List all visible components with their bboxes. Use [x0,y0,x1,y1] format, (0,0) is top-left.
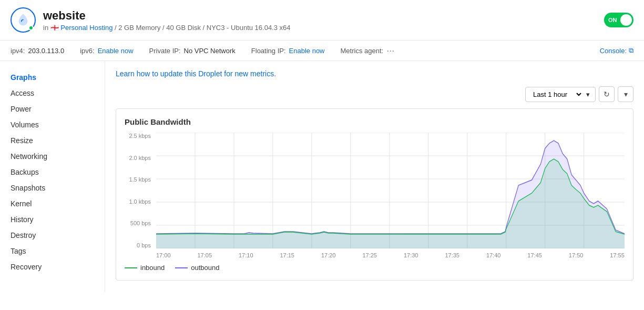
chevron-down-icon: ▾ [586,91,590,98]
outbound-line-icon [175,267,188,268]
y-axis-label: 2.0 kbps [125,155,151,161]
ipv6-enable-link[interactable]: Enable now [98,47,134,55]
y-axis-label: 2.5 kbps [125,133,151,139]
floating-ip-item: Floating IP: Enable now [251,47,325,55]
toggle-container[interactable]: ON [604,13,633,27]
y-axis-label: 1.0 kbps [125,198,151,205]
refresh-button[interactable]: ↻ [599,86,615,102]
chart-title: Public Bandwidth [125,117,625,126]
main-layout: GraphsAccessPowerVolumesResizeNetworking… [0,61,644,292]
ipv4-value: 203.0.113.0 [28,47,64,55]
ipv6-label: ipv6: [80,47,94,55]
sidebar-item-destroy[interactable]: Destroy [0,227,105,243]
sidebar-item-kernel[interactable]: Kernel [0,196,105,212]
droplet-subtitle: in 🏴󠁧󠁢󠁥󠁮󠁧󠁿 Personal Hosting / 2 GB Memor… [43,24,291,32]
x-axis-label: 17:55 [610,252,625,258]
chart-svg [156,133,625,248]
private-ip-item: Private IP: No VPC Network [149,47,236,55]
time-filter: Last 1 hourLast 6 hoursLast 24 hoursLast… [116,86,633,102]
sidebar-item-networking[interactable]: Networking [0,148,105,164]
x-axis-label: 17:45 [527,252,542,258]
metrics-label: Metrics agent: [341,47,384,55]
y-axis: 2.5 kbps2.0 kbps1.5 kbps1.0 kbps500 bps0… [125,133,156,248]
ipv4-item: ipv4: 203.0.113.0 [11,47,64,55]
y-axis-label: 1.5 kbps [125,176,151,183]
time-select-container[interactable]: Last 1 hourLast 6 hoursLast 24 hoursLast… [525,87,596,102]
hosting-link[interactable]: Personal Hosting [60,24,113,32]
droplet-info: website in 🏴󠁧󠁢󠁥󠁮󠁧󠁿 Personal Hosting / 2 … [43,9,291,32]
learn-link[interactable]: Learn how to update this Droplet for new… [116,69,633,78]
x-axis-label: 17:30 [404,252,418,258]
sidebar-item-snapshots[interactable]: Snapshots [0,180,105,196]
sidebar-item-power[interactable]: Power [0,101,105,117]
ipv6-item: ipv6: Enable now [80,47,133,55]
sidebar: GraphsAccessPowerVolumesResizeNetworking… [0,61,105,292]
droplet-icon [11,7,36,33]
console-window-icon: ⧉ [629,46,633,55]
x-axis-label: 17:15 [280,252,294,258]
x-axis-label: 17:50 [569,252,584,258]
private-ip-label: Private IP: [149,47,181,55]
x-axis: 17:0017:0517:1017:1517:2017:2517:3017:35… [156,252,625,258]
legend-inbound-label: inbound [140,264,165,272]
x-axis-label: 17:00 [156,252,171,258]
x-axis-label: 17:40 [486,252,501,258]
sidebar-item-access[interactable]: Access [0,85,105,101]
x-axis-label: 17:35 [445,252,459,258]
inbound-line-icon [125,267,137,268]
chevron-down-icon-2: ▾ [624,90,628,98]
sidebar-item-history[interactable]: History [0,212,105,227]
toggle-knob [620,14,632,26]
private-ip-value: No VPC Network [184,47,236,55]
droplet-title: website [43,9,291,23]
console-item: Console: ⧉ [600,46,633,55]
header: website in 🏴󠁧󠁢󠁥󠁮󠁧󠁿 Personal Hosting / 2 … [0,0,644,41]
floating-ip-enable-link[interactable]: Enable now [289,47,325,55]
bandwidth-chart-container: Public Bandwidth 2.5 kbps2.0 kbps1.5 kbp… [116,108,633,281]
metrics-dots-icon[interactable]: ··· [386,46,394,55]
sidebar-item-volumes[interactable]: Volumes [0,117,105,133]
x-axis-label: 17:05 [197,252,212,258]
y-axis-label: 500 bps [125,220,151,226]
chart-area: 2.5 kbps2.0 kbps1.5 kbps1.0 kbps500 bps0… [125,133,625,258]
legend-outbound-label: outbound [191,264,219,272]
legend-outbound: outbound [175,264,219,272]
legend-inbound: inbound [125,264,165,272]
ipv4-label: ipv4: [11,47,25,55]
chart-main: 17:0017:0517:1017:1517:2017:2517:3017:35… [156,133,625,258]
refresh-icon: ↻ [604,90,610,98]
status-dot [28,25,34,31]
sidebar-item-tags[interactable]: Tags [0,243,105,259]
content-area: Learn how to update this Droplet for new… [105,61,644,292]
header-left: website in 🏴󠁧󠁢󠁥󠁮󠁧󠁿 Personal Hosting / 2 … [11,7,291,33]
info-bar: ipv4: 203.0.113.0 ipv6: Enable now Priva… [0,41,644,61]
power-toggle[interactable]: ON [604,13,633,27]
floating-ip-label: Floating IP: [251,47,286,55]
chart-legend: inbound outbound [125,264,625,272]
metrics-item: Metrics agent: ··· [341,46,395,55]
sidebar-item-graphs[interactable]: Graphs [0,69,105,85]
expand-button[interactable]: ▾ [618,86,633,102]
x-axis-label: 17:10 [239,252,253,258]
time-select-dropdown[interactable]: Last 1 hourLast 6 hoursLast 24 hoursLast… [531,90,583,99]
sidebar-item-recovery[interactable]: Recovery [0,259,105,275]
x-axis-label: 17:25 [362,252,377,258]
console-link[interactable]: Console: ⧉ [600,46,633,55]
y-axis-label: 0 bps [125,242,151,248]
x-axis-label: 17:20 [321,252,336,258]
sidebar-item-backups[interactable]: Backups [0,164,105,180]
sidebar-item-resize[interactable]: Resize [0,133,105,148]
